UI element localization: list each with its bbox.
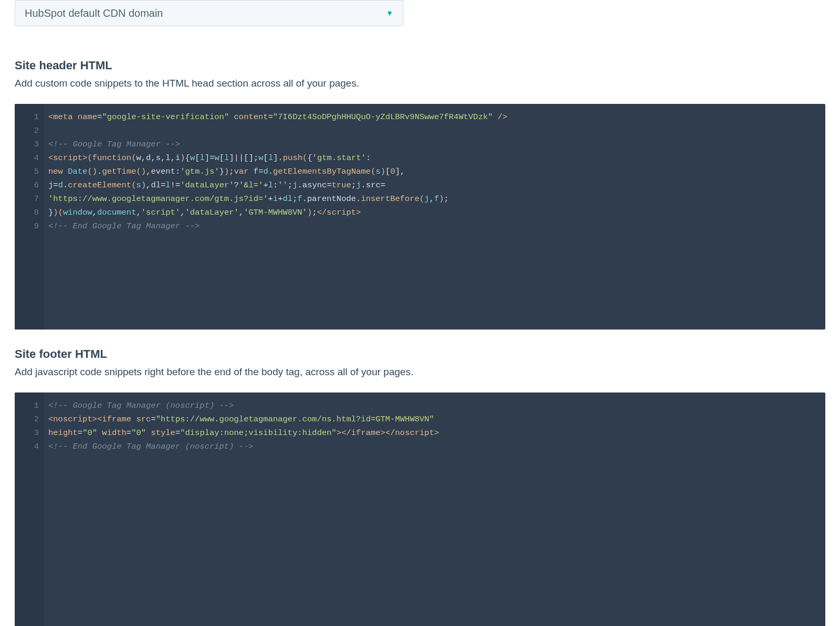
line-number: 9	[15, 219, 39, 233]
editor-gutter: 123456789	[15, 104, 44, 330]
site-footer-html-title: Site footer HTML	[15, 347, 825, 361]
code-line[interactable]: 'https://www.googletagmanager.com/gtm.js…	[48, 192, 507, 206]
chevron-down-icon: ▼	[386, 9, 393, 17]
site-footer-code-editor[interactable]: 1234 <!-- Google Tag Manager (noscript) …	[15, 392, 825, 626]
code-line[interactable]: height="0" width="0" style="display:none…	[48, 426, 439, 440]
code-line[interactable]: new Date().getTime(),event:'gtm.js'});va…	[48, 165, 507, 178]
code-line[interactable]: <!-- Google Tag Manager -->	[48, 137, 507, 151]
code-line[interactable]: <!-- Google Tag Manager (noscript) -->	[48, 399, 439, 412]
code-line[interactable]	[48, 124, 507, 137]
code-line[interactable]: j=d.createElement(s),dl=l!='dataLayer'?'…	[48, 178, 507, 192]
line-number: 3	[15, 137, 39, 151]
editor-code-area[interactable]: <meta name="google-site-verification" co…	[44, 104, 512, 330]
line-number: 8	[15, 206, 39, 219]
code-line[interactable]: <!-- End Google Tag Manager (noscript) -…	[48, 440, 439, 453]
code-line[interactable]: <script>(function(w,d,s,l,i){w[l]=w[l]||…	[48, 151, 507, 165]
code-line[interactable]: <!-- End Google Tag Manager -->	[48, 219, 507, 233]
site-header-html-description: Add custom code snippets to the HTML hea…	[15, 78, 825, 89]
editor-gutter: 1234	[15, 392, 44, 626]
line-number: 4	[15, 151, 39, 165]
site-header-html-title: Site header HTML	[15, 59, 825, 72]
line-number: 1	[15, 399, 39, 412]
code-line[interactable]: <meta name="google-site-verification" co…	[48, 110, 507, 124]
line-number: 2	[15, 412, 39, 426]
site-footer-html-description: Add javascript code snippets right befor…	[15, 366, 825, 378]
site-header-code-editor[interactable]: 123456789 <meta name="google-site-verifi…	[15, 104, 825, 330]
dropdown-selected-label: HubSpot default CDN domain	[25, 7, 163, 19]
line-number: 3	[15, 426, 39, 440]
line-number: 7	[15, 192, 39, 206]
code-line[interactable]: })(window,document,'script','dataLayer',…	[48, 206, 507, 219]
line-number: 6	[15, 178, 39, 192]
line-number: 1	[15, 110, 39, 124]
cdn-domain-dropdown[interactable]: HubSpot default CDN domain ▼	[15, 0, 403, 26]
line-number: 2	[15, 124, 39, 137]
line-number: 4	[15, 440, 39, 453]
editor-code-area[interactable]: <!-- Google Tag Manager (noscript) --><n…	[44, 392, 444, 626]
code-line[interactable]: <noscript><iframe src="https://www.googl…	[48, 412, 439, 426]
line-number: 5	[15, 165, 39, 178]
